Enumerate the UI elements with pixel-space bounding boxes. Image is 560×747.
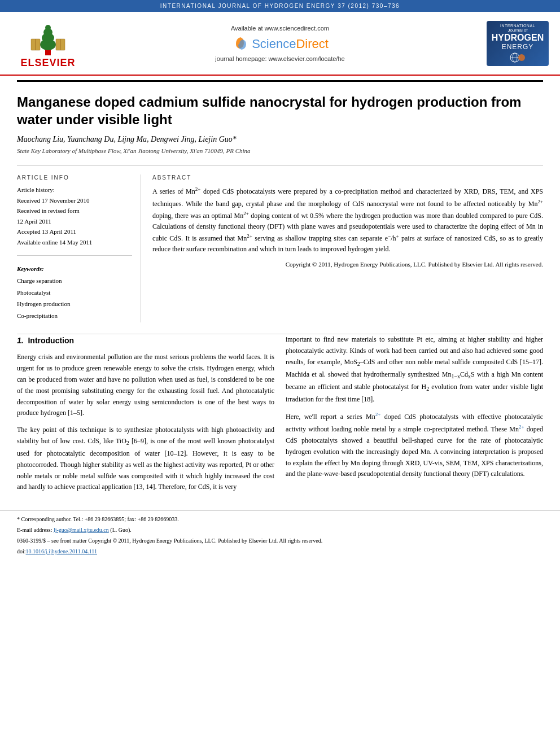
elsevier-wordmark: ELSEVIER xyxy=(20,57,75,69)
body-right-col: important to find new materials to subst… xyxy=(286,334,543,499)
footnote-doi: doi:10.1016/j.ijhydene.2011.04.111 xyxy=(17,547,543,556)
email-link[interactable]: lj-guo@mail.xjtu.edu.cn xyxy=(54,527,109,533)
body-content: 1. Introduction Energy crisis and enviro… xyxy=(0,334,560,510)
sciencedirect-logo: ScienceDirect xyxy=(85,35,475,53)
article-info-header: ARTICLE INFO xyxy=(17,174,132,181)
badge-energy: ENERGY xyxy=(502,43,534,51)
journal-homepage: journal homepage: www.elsevier.com/locat… xyxy=(85,55,475,62)
section1-number: 1. xyxy=(17,336,24,345)
email-name: (L. Guo). xyxy=(110,527,132,533)
footnote-corresponding-text: * Corresponding author. Tel.: +86 29 826… xyxy=(17,516,179,522)
badge-hydrogen: HYDROGEN xyxy=(492,33,544,43)
footnote-section: * Corresponding author. Tel.: +86 29 826… xyxy=(0,510,560,562)
footnote-email: E-mail address: lj-guo@mail.xjtu.edu.cn … xyxy=(17,526,543,535)
keyword4: Co-precipitation xyxy=(17,311,132,321)
available-online: Available online 14 May 2011 xyxy=(17,238,132,247)
sciencedirect-icon xyxy=(231,35,250,53)
footnote-issn: 0360-3199/$ – see front matter Copyright… xyxy=(17,536,543,545)
paper-title: Manganese doped cadmium sulfide nanocrys… xyxy=(17,93,543,128)
svg-point-4 xyxy=(45,25,51,30)
badge-sphere-icon xyxy=(510,53,526,63)
keyword3: Hydrogen production xyxy=(17,299,132,309)
elsevier-logo: ELSEVIER xyxy=(11,18,85,69)
intro-para3: important to find new materials to subst… xyxy=(286,334,543,405)
doi-link[interactable]: 10.1016/j.ijhydene.2011.04.111 xyxy=(26,548,97,554)
accepted: Accepted 13 April 2011 xyxy=(17,227,132,237)
abstract-text: A series of Mn2+ doped CdS photocatalyst… xyxy=(152,185,543,255)
journal-header-text: INTERNATIONAL JOURNAL OF HYDROGEN ENERGY… xyxy=(160,3,400,9)
intro-para1: Energy crisis and environmental pollutio… xyxy=(17,352,274,419)
info-divider xyxy=(17,255,132,256)
hydrogen-energy-badge: International Journal of HYDROGEN ENERGY xyxy=(487,21,549,66)
section1-name: Introduction xyxy=(28,336,74,345)
badge-intl: International xyxy=(500,24,535,28)
received1: Received 17 November 2010 xyxy=(17,196,132,206)
center-logo-section: Available at www.sciencedirect.com Scien… xyxy=(85,25,475,62)
revised-date: 12 April 2011 xyxy=(17,217,132,226)
keyword2: Photocatalyst xyxy=(17,288,132,298)
keywords-section: Keywords: Charge separation Photocatalys… xyxy=(17,264,132,321)
sciencedirect-wordmark: ScienceDirect xyxy=(252,37,329,51)
intro-para4: Here, we'll report a series Mn2+ doped C… xyxy=(286,410,543,480)
abstract-header: ABSTRACT xyxy=(152,174,543,181)
svg-point-12 xyxy=(518,54,525,61)
title-divider-top xyxy=(17,80,543,82)
article-info-section: ARTICLE INFO Article history: Received 1… xyxy=(17,165,543,322)
revised-label: Received in revised form xyxy=(17,206,132,216)
keywords-label: Keywords: xyxy=(17,265,44,272)
history-label: Article history: xyxy=(17,185,132,195)
abstract-section: ABSTRACT A series of Mn2+ doped CdS phot… xyxy=(152,174,543,322)
authors: Maochang Liu, Yuanchang Du, Lijng Ma, De… xyxy=(17,135,543,144)
body-left-col: 1. Introduction Energy crisis and enviro… xyxy=(17,334,274,499)
keyword1: Charge separation xyxy=(17,276,132,286)
logos-bar: ELSEVIER Available at www.sciencedirect.… xyxy=(0,12,560,76)
intro-para2: The key point of this technique is to sy… xyxy=(17,425,274,493)
abstract-copyright: Copyright © 2011, Hydrogen Energy Public… xyxy=(152,261,543,268)
available-text: Available at www.sciencedirect.com xyxy=(85,25,475,32)
badge-journal: Journal of xyxy=(508,28,527,33)
right-logo-section: International Journal of HYDROGEN ENERGY xyxy=(475,21,549,66)
footnote-corresponding: * Corresponding author. Tel.: +86 29 826… xyxy=(17,515,543,524)
authors-text: Maochang Liu, Yuanchang Du, Lijng Ma, De… xyxy=(17,135,237,143)
section1-title: 1. Introduction xyxy=(17,334,274,347)
article-history: Article history: Received 17 November 20… xyxy=(17,185,132,247)
journal-header: INTERNATIONAL JOURNAL OF HYDROGEN ENERGY… xyxy=(0,0,560,12)
main-content: Manganese doped cadmium sulfide nanocrys… xyxy=(0,80,560,322)
affiliation: State Key Laboratory of Multiphase Flow,… xyxy=(17,147,543,154)
article-info-left: ARTICLE INFO Article history: Received 1… xyxy=(17,174,141,322)
elsevier-tree-icon xyxy=(25,18,71,57)
